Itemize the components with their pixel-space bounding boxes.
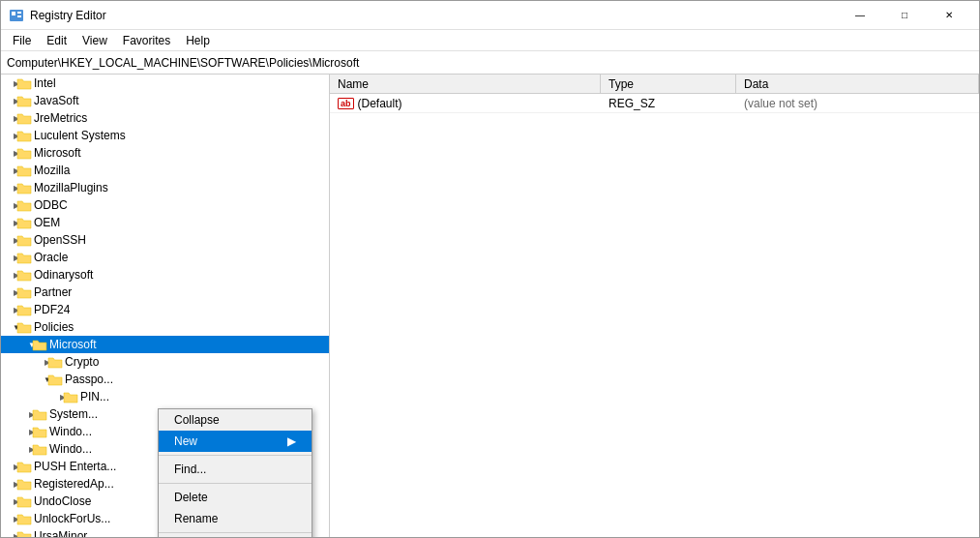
tree-label-microsoft-policies: Microsoft: [49, 338, 97, 351]
ctx-new[interactable]: New ▶: [159, 431, 312, 452]
tree-label-pdf24: PDF24: [34, 303, 70, 316]
tree-label-openssh: OpenSSH: [34, 233, 86, 247]
tree-item-pin[interactable]: ▶ PIN...: [1, 388, 329, 405]
title-bar: Registry Editor — □ ✕: [1, 1, 979, 30]
tree-label-mozilla: Mozilla: [34, 164, 70, 177]
arrow-policies: ▼: [1, 319, 16, 335]
list-header: Name Type Data: [330, 75, 979, 94]
ctx-sep-3: [159, 532, 312, 533]
arrow-registeredapp: ▶: [1, 476, 16, 492]
title-controls: — □ ✕: [838, 1, 971, 30]
ctx-rename[interactable]: Rename: [159, 508, 312, 529]
folder-icon-undoclose: [16, 493, 32, 509]
tree-item-oem[interactable]: ▶ OEM: [1, 214, 329, 231]
tree-label-policies: Policies: [34, 320, 74, 334]
tree-label-oracle: Oracle: [34, 251, 68, 264]
folder-icon-luculent: [16, 128, 32, 143]
arrow-ursaminor: ▶: [1, 528, 16, 537]
menu-edit[interactable]: Edit: [39, 32, 74, 49]
tree-label-unlockforus: UnlockForUs...: [34, 512, 110, 525]
tree-label-oem: OEM: [34, 216, 60, 229]
folder-icon-mozillaplugins: [16, 180, 32, 195]
arrow-push: ▶: [1, 459, 16, 474]
folder-icon-odinarysoft: [16, 267, 32, 283]
address-text: Computer\HKEY_LOCAL_MACHINE\SOFTWARE\Pol…: [7, 56, 359, 70]
tree-item-passport[interactable]: ▼ Passpo...: [1, 371, 329, 388]
ctx-new-label: New: [174, 434, 197, 448]
arrow-pdf24: ▶: [1, 302, 16, 317]
maximize-button[interactable]: □: [882, 1, 927, 30]
folder-icon-registeredapp: [16, 476, 32, 492]
address-bar: Computer\HKEY_LOCAL_MACHINE\SOFTWARE\Pol…: [1, 51, 979, 75]
registry-editor-window: Registry Editor — □ ✕ File Edit View Fav…: [0, 0, 980, 538]
arrow-luculent: ▶: [1, 128, 16, 143]
tree-label-passport: Passpo...: [65, 373, 113, 386]
tree-item-microsoft-policies[interactable]: ▼ Microsoft: [1, 336, 329, 353]
arrow-odbc: ▶: [1, 197, 16, 213]
folder-icon-policies: [16, 319, 32, 335]
close-button[interactable]: ✕: [927, 1, 971, 30]
ctx-export[interactable]: Export: [159, 536, 312, 537]
tree-label-odbc: ODBC: [34, 198, 68, 212]
tree-item-javasoft[interactable]: ▶ JavaSoft: [1, 92, 329, 109]
folder-icon-oem: [16, 215, 32, 230]
context-menu: Collapse New ▶ Find... Delete Rename Exp…: [158, 408, 312, 537]
tree-label-crypto: Crypto: [65, 355, 99, 369]
arrow-unlockforus: ▶: [1, 511, 16, 526]
folder-icon-ursaminor: [16, 528, 32, 537]
tree-label-registeredapp: RegisteredAp...: [34, 477, 114, 491]
menu-file[interactable]: File: [5, 32, 39, 49]
tree-item-luculent[interactable]: ▶ Luculent Systems: [1, 127, 329, 144]
tree-item-mozilla[interactable]: ▶ Mozilla: [1, 162, 329, 179]
ctx-delete[interactable]: Delete: [159, 487, 312, 508]
tree-label-push: PUSH Enterta...: [34, 460, 116, 473]
arrow-mozillaplugins: ▶: [1, 180, 16, 195]
folder-icon-openssh: [16, 232, 32, 248]
minimize-button[interactable]: —: [838, 1, 882, 30]
tree-item-mozillaplugins[interactable]: ▶ MozillaPlugins: [1, 179, 329, 196]
tree-label-microsoft-top: Microsoft: [34, 146, 81, 160]
menu-help[interactable]: Help: [178, 32, 218, 49]
menu-favorites[interactable]: Favorites: [115, 32, 178, 49]
folder-icon-oracle: [16, 250, 32, 265]
tree-item-jremetrics[interactable]: ▶ JreMetrics: [1, 109, 329, 127]
folder-icon-jremetrics: [16, 110, 32, 126]
tree-item-odinarysoft[interactable]: ▶ Odinarysoft: [1, 266, 329, 284]
arrow-oem: ▶: [1, 215, 16, 230]
ctx-find[interactable]: Find...: [159, 459, 312, 480]
tree-item-oracle[interactable]: ▶ Oracle: [1, 249, 329, 266]
menu-bar: File Edit View Favorites Help: [1, 30, 979, 51]
tree-item-openssh[interactable]: ▶ OpenSSH: [1, 231, 329, 249]
reg-type-icon: ab: [338, 98, 354, 109]
tree-item-crypto[interactable]: ▶ Crypto: [1, 353, 329, 371]
arrow-pin: ▶: [1, 389, 63, 404]
cell-data-default: (value not set): [736, 97, 979, 110]
tree-label-system: System...: [49, 407, 98, 421]
arrow-jremetrics: ▶: [1, 110, 16, 126]
col-header-data: Data: [736, 75, 979, 93]
ctx-sep-1: [159, 455, 312, 456]
window-title: Registry Editor: [30, 9, 106, 22]
arrow-mozilla: ▶: [1, 163, 16, 178]
value-name-default: (Default): [358, 97, 402, 110]
tree-item-partner[interactable]: ▶ Partner: [1, 284, 329, 301]
tree-item-odbc[interactable]: ▶ ODBC: [1, 196, 329, 214]
tree-item-intel[interactable]: ▶ Intel: [1, 75, 329, 92]
tree-label-odinarysoft: Odinarysoft: [34, 268, 93, 282]
arrow-microsoft-top: ▶: [1, 145, 16, 161]
menu-view[interactable]: View: [74, 32, 115, 49]
folder-icon-windows1: [32, 424, 47, 439]
folder-icon-pin: [63, 389, 78, 404]
tree-item-microsoft-top[interactable]: ▶ Microsoft: [1, 144, 329, 162]
arrow-javasoft: ▶: [1, 93, 16, 108]
tree-item-policies[interactable]: ▼ Policies: [1, 318, 329, 336]
ctx-collapse[interactable]: Collapse: [159, 409, 312, 431]
col-header-type: Type: [601, 75, 736, 93]
arrow-intel: ▶: [1, 75, 16, 91]
tree-pane[interactable]: ▶ Intel ▶ JavaSoft ▶ JreMetri: [1, 75, 330, 537]
folder-icon-system: [32, 406, 47, 422]
tree-item-pdf24[interactable]: ▶ PDF24: [1, 301, 329, 318]
tree-label-partner: Partner: [34, 285, 72, 299]
folder-icon-push: [16, 459, 32, 474]
table-row[interactable]: ab (Default) REG_SZ (value not set): [330, 94, 979, 113]
